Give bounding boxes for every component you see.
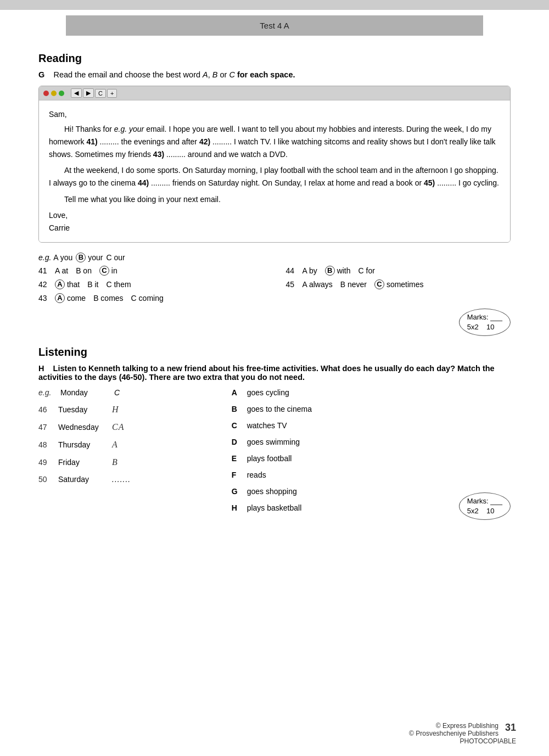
test-title: Test 4 A xyxy=(66,15,483,36)
day-49-num: 49 xyxy=(38,458,54,467)
q45-a: A always xyxy=(302,280,333,289)
reading-answers: e.g. A you B your C our 41 A at B on C i xyxy=(38,253,511,336)
eg-b-circled: B xyxy=(76,253,86,262)
day-48-answer: A xyxy=(112,440,139,450)
listening-section-title: Listening xyxy=(38,346,511,359)
day-eg: e.g. Monday C xyxy=(38,388,210,397)
q43-a: A come xyxy=(55,293,86,303)
q44-b: B with xyxy=(325,266,351,276)
day-47-num: 47 xyxy=(38,423,54,432)
copyright-2: © Prosveshcheniye Publishers PHOTOCOPIAB… xyxy=(368,730,516,745)
activity-e: E plays football xyxy=(232,454,437,463)
instruction-text: Read the email and choose the best word … xyxy=(53,70,295,79)
email-toolbar: ◀ ▶ C + xyxy=(39,86,510,100)
q42-c: C them xyxy=(106,280,131,289)
q45-c-circled: C xyxy=(374,279,384,289)
act-h-text: plays basketball xyxy=(247,503,302,512)
copyright-1: © Express Publishing xyxy=(368,722,516,730)
act-d-letter: D xyxy=(232,438,243,446)
right-answers: 44 A by B with C for 45 A always B never xyxy=(286,266,511,289)
email-paragraph-3: Tell me what you like doing in your next… xyxy=(49,193,500,206)
email-paragraph-2: At the weekend, I do some sports. On Sat… xyxy=(49,164,500,189)
listening-bold-instruction: Listen to Kenneth talking to a new frien… xyxy=(38,364,495,382)
page-number: 31 xyxy=(505,722,516,733)
listening-section: Listening H Listen to Kenneth talking to… xyxy=(38,346,511,520)
answer-42: 42 A that B it C them xyxy=(38,279,264,289)
act-g-text: goes shopping xyxy=(247,487,297,496)
nav-back[interactable]: ◀ xyxy=(71,88,82,98)
q45-num: 45 xyxy=(286,280,299,289)
act-b-text: goes to the cinema xyxy=(247,405,312,413)
q42-num: 42 xyxy=(38,280,52,289)
email-paragraph-1: Hi! Thanks for e.g. your email. I hope y… xyxy=(49,123,500,161)
email-nav: ◀ ▶ C + xyxy=(71,88,117,98)
act-a-text: goes cycling xyxy=(247,388,289,397)
activity-c: C watches TV xyxy=(232,421,437,430)
day-47-answer: CA xyxy=(112,422,139,432)
day-50-name: Saturday xyxy=(58,475,108,484)
answer-44: 44 A by B with C for xyxy=(286,266,511,276)
day-49: 49 Friday B xyxy=(38,457,210,467)
nav-forward[interactable]: ▶ xyxy=(83,88,94,98)
listening-prefix: H xyxy=(38,364,44,373)
activity-d: D goes swimming xyxy=(232,438,437,446)
q44-a: A by xyxy=(302,266,317,275)
q43-a-circled: A xyxy=(55,293,65,303)
q44-c: C for xyxy=(358,266,375,275)
day-50: 50 Saturday ....... xyxy=(38,475,210,484)
act-c-text: watches TV xyxy=(247,421,287,430)
reading-marks-label: Marks: ___ xyxy=(467,313,502,321)
act-e-letter: E xyxy=(232,454,243,463)
activity-f: F reads xyxy=(232,471,437,479)
act-a-letter: A xyxy=(232,388,243,397)
expand-dot xyxy=(59,91,64,96)
instruction-prefix: G xyxy=(38,70,44,79)
act-d-text: goes swimming xyxy=(247,438,300,446)
email-box: ◀ ▶ C + Sam, Hi! Thanks for e.g. your em… xyxy=(38,86,511,243)
answer-45: 45 A always B never C sometimes xyxy=(286,279,511,289)
day-46-num: 46 xyxy=(38,405,54,414)
page: Test 4 A Reading G Read the email and ch… xyxy=(0,0,549,756)
activity-b: B goes to the cinema xyxy=(232,405,437,413)
act-f-text: reads xyxy=(247,471,266,479)
q43-b: B comes xyxy=(93,294,123,303)
day-eg-answer: C xyxy=(114,388,142,397)
listening-marks-formula: 5x2 10 xyxy=(467,507,495,515)
q41-num: 41 xyxy=(38,266,52,275)
day-50-num: 50 xyxy=(38,475,54,484)
nav-refresh[interactable]: C xyxy=(95,89,106,98)
q45-c: C sometimes xyxy=(374,279,424,289)
top-bar xyxy=(0,0,549,10)
day-47: 47 Wednesday CA xyxy=(38,422,210,432)
day-eg-name: Monday xyxy=(60,388,110,397)
days-column: e.g. Monday C 46 Tuesday H 47 Wednesday xyxy=(38,388,210,520)
q42-a-circled: A xyxy=(55,279,65,289)
reading-section-title: Reading xyxy=(38,52,511,65)
answer-43: 43 A come B comes C coming xyxy=(38,293,264,303)
q42-b: B it xyxy=(87,280,98,289)
page-footer: 31 © Express Publishing © Prosveshcheniy… xyxy=(368,722,516,745)
eg-a: A you xyxy=(53,253,72,262)
close-dot xyxy=(43,91,49,96)
day-48-name: Thursday xyxy=(58,440,108,449)
answers-grid: 41 A at B on C in 42 A that B it xyxy=(38,266,511,303)
email-signature: Carrie xyxy=(49,222,500,234)
q41-b: B on xyxy=(76,266,92,275)
email-body: Sam, Hi! Thanks for e.g. your email. I h… xyxy=(39,100,510,242)
q42-a: A that xyxy=(55,279,80,289)
q41-a: A at xyxy=(55,266,68,275)
email-closing: Love, Carrie xyxy=(49,209,500,234)
act-b-letter: B xyxy=(232,405,243,413)
day-eg-num: e.g. xyxy=(38,388,54,397)
left-answers: 41 A at B on C in 42 A that B it xyxy=(38,266,264,303)
day-46: 46 Tuesday H xyxy=(38,405,210,415)
answer-41: 41 A at B on C in xyxy=(38,266,264,276)
reading-marks: Marks: ___ 5x2 10 xyxy=(459,309,511,336)
minimize-dot xyxy=(51,91,57,96)
email-salutation: Sam, xyxy=(49,108,500,121)
day-46-name: Tuesday xyxy=(58,405,108,414)
eg-answer-row: e.g. A you B your C our xyxy=(38,253,511,262)
listening-instruction: H Listen to Kenneth talking to a new fri… xyxy=(38,364,511,382)
nav-add[interactable]: + xyxy=(107,89,117,98)
q45-b: B never xyxy=(340,280,367,289)
